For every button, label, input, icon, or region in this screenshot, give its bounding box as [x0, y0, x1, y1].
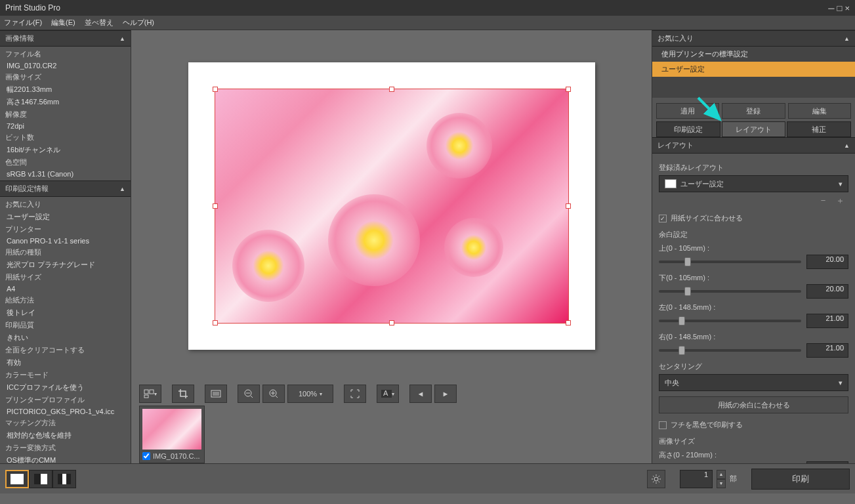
height-input[interactable]: 170.00 — [806, 461, 848, 463]
margin-slider[interactable] — [659, 349, 801, 352]
next-button[interactable]: ► — [434, 385, 457, 403]
info-label: 色空間 — [0, 156, 131, 169]
favorites-header[interactable]: お気に入り ▲ — [652, 30, 855, 47]
view-mode-switcher — [5, 470, 76, 488]
centering-select[interactable]: 中央 ▾ — [659, 374, 848, 391]
crop-handle[interactable] — [566, 203, 571, 209]
crop-handle[interactable] — [389, 87, 394, 92]
crop-handle[interactable] — [213, 87, 218, 92]
minimize-icon[interactable]: ─ — [828, 3, 834, 13]
margin-label: 下(0 - 105mm) : — [659, 273, 848, 283]
info-label: 用紙の種類 — [0, 246, 131, 259]
bottombar: 1 ▲ ▼ 部 印刷 — [0, 463, 855, 494]
print-button[interactable]: 印刷 — [751, 469, 850, 490]
menu-edit[interactable]: 編集(E) — [51, 18, 75, 28]
layout-section-header[interactable]: レイアウト ▲ — [652, 137, 855, 154]
thumbnail-checkbox[interactable] — [142, 452, 150, 460]
margin-slider[interactable] — [659, 290, 801, 293]
slider-thumb[interactable] — [684, 257, 691, 266]
tab-correction[interactable]: 補正 — [787, 121, 851, 137]
margin-input[interactable]: 20.00 — [806, 284, 848, 299]
info-label: ビット数 — [0, 131, 131, 144]
margin-input[interactable]: 21.00 — [806, 314, 848, 328]
view-mode-split[interactable] — [29, 470, 52, 488]
slider-thumb[interactable] — [678, 316, 685, 326]
preview-area — [131, 30, 652, 382]
zoom-select[interactable]: 100%▾ — [287, 385, 333, 403]
svg-point-15 — [654, 477, 658, 481]
edit-button[interactable]: 編集 — [788, 103, 851, 119]
collapse-icon[interactable]: ▲ — [119, 35, 125, 42]
margin-control: 右(0 - 148.5mm) : 21.00 — [659, 332, 848, 358]
spin-up-button[interactable]: ▲ — [717, 470, 726, 479]
menu-file[interactable]: ファイル(F) — [4, 18, 42, 28]
info-value: 後トレイ — [0, 306, 131, 319]
print-info-header[interactable]: 印刷設定情報 ▲ — [0, 180, 131, 197]
tab-layout[interactable]: レイアウト — [722, 121, 786, 137]
layout-body: 登録済みレイアウト ユーザー設定 ▾ − ＋ ✓ 用紙サイズに合わせる 余白設定… — [652, 154, 855, 463]
thumbnail-strip: IMG_0170.C... — [131, 406, 652, 463]
view-mode-single[interactable] — [5, 470, 29, 488]
fullscreen-button[interactable] — [344, 385, 366, 403]
spin-down-button[interactable]: ▼ — [717, 479, 726, 488]
margin-control: 下(0 - 105mm) : 20.00 — [659, 273, 848, 299]
titlebar: Print Studio Pro ─ □ × — [0, 0, 855, 16]
menu-help[interactable]: ヘルプ(H) — [123, 18, 154, 28]
slider-thumb[interactable] — [684, 287, 691, 296]
margin-input[interactable]: 20.00 — [806, 255, 848, 269]
zoom-in-button[interactable] — [262, 385, 285, 403]
slider-thumb[interactable] — [678, 346, 685, 355]
svg-line-9 — [276, 396, 278, 398]
image-crop-box[interactable] — [215, 89, 569, 324]
collapse-icon[interactable]: ▲ — [119, 186, 125, 192]
preview-toolbar: ▾ 100%▾ A▾ ◄ ► — [131, 382, 652, 406]
crop-handle[interactable] — [566, 320, 571, 326]
fit-paper-label: 用紙サイズに合わせる — [671, 213, 743, 223]
register-button[interactable]: 登録 — [722, 103, 785, 119]
margin-slider[interactable] — [659, 261, 801, 263]
fit-margin-button[interactable]: 用紙の余白に合わせる — [659, 396, 848, 413]
tab-print-settings[interactable]: 印刷設定 — [656, 121, 720, 137]
black-border-checkbox-row[interactable]: フチを黒色で印刷する — [659, 420, 848, 430]
chevron-down-icon: ▾ — [839, 180, 843, 188]
text-tool-button[interactable]: A▾ — [377, 385, 399, 403]
info-value: 光沢プロ プラチナグレード — [0, 259, 131, 271]
layout-tool-button[interactable]: ▾ — [139, 385, 161, 403]
crop-handle[interactable] — [213, 203, 218, 209]
preset-add-remove[interactable]: − ＋ — [659, 195, 848, 207]
crop-button[interactable] — [172, 385, 194, 403]
zoom-out-button[interactable] — [238, 385, 260, 403]
info-value: ユーザー設定 — [0, 211, 131, 223]
favorite-item-selected[interactable]: ユーザー設定 — [652, 62, 855, 77]
fit-button[interactable] — [205, 385, 227, 403]
left-panel: 画像情報 ▲ ファイル名IMG_0170.CR2画像サイズ幅2201.33mm高… — [0, 30, 131, 463]
crop-handle[interactable] — [389, 320, 394, 326]
menu-sort[interactable]: 並べ替え — [85, 18, 114, 28]
favorite-item[interactable]: 使用プリンターの標準設定 — [652, 47, 855, 62]
maximize-icon[interactable]: □ — [837, 3, 843, 13]
settings-button[interactable] — [647, 470, 665, 488]
thumbnail[interactable]: IMG_0170.C... — [139, 406, 205, 463]
image-info-header[interactable]: 画像情報 ▲ — [0, 30, 131, 47]
prev-button[interactable]: ◄ — [409, 385, 432, 403]
info-label: プリンタープロファイル — [0, 394, 131, 406]
collapse-icon[interactable]: ▲ — [844, 35, 850, 42]
apply-button[interactable]: 適用 — [656, 103, 719, 119]
margin-input[interactable]: 21.00 — [806, 343, 848, 358]
close-icon[interactable]: × — [845, 3, 850, 13]
collapse-icon[interactable]: ▲ — [844, 142, 850, 149]
copies-input[interactable]: 1 — [680, 470, 713, 488]
checkbox-checked-icon[interactable]: ✓ — [659, 215, 667, 222]
svg-rect-4 — [213, 392, 219, 396]
info-label: 全面をクリアコートする — [0, 344, 131, 356]
margin-slider[interactable] — [659, 320, 801, 322]
info-value: 相対的な色域を維持 — [0, 429, 131, 442]
checkbox-unchecked-icon[interactable] — [659, 421, 667, 429]
layout-preset-select[interactable]: ユーザー設定 ▾ — [659, 175, 848, 192]
black-border-label: フチを黒色で印刷する — [671, 420, 743, 430]
crop-handle[interactable] — [213, 320, 218, 326]
fit-paper-checkbox-row[interactable]: ✓ 用紙サイズに合わせる — [659, 213, 848, 223]
view-mode-triple[interactable] — [52, 470, 76, 488]
gear-icon — [651, 474, 661, 484]
crop-handle[interactable] — [566, 87, 571, 92]
